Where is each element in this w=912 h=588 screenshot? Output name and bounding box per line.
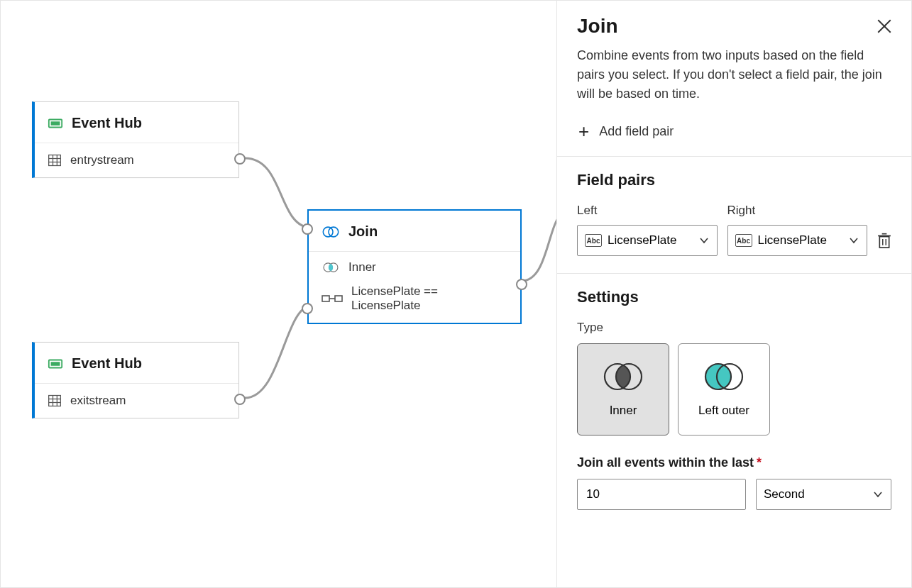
duration-unit-dropdown[interactable]: Second [756, 479, 891, 510]
delete-pair-button[interactable] [877, 233, 891, 248]
text-type-icon: Abc [585, 234, 602, 247]
table-icon [48, 394, 62, 408]
type-option-inner[interactable]: Inner [577, 343, 669, 436]
node-event-hub-1[interactable]: Event Hub entrystream [32, 101, 239, 178]
type-option-left-outer[interactable]: Left outer [678, 343, 770, 436]
venn-icon [322, 225, 340, 239]
right-field-dropdown[interactable]: Abc LicensePlate [727, 225, 868, 256]
close-button[interactable] [877, 19, 891, 33]
canvas[interactable]: Event Hub entrystream Event Hub exitstre… [1, 1, 556, 587]
left-column-label: Left [577, 204, 713, 218]
node-title: Event Hub [72, 355, 142, 372]
venn-inner-icon [599, 361, 647, 392]
output-port[interactable] [234, 153, 246, 165]
settings-section-title: Settings [577, 288, 891, 306]
add-field-pair-button[interactable]: + Add field pair [577, 118, 891, 156]
node-event-hub-2[interactable]: Event Hub exitstream [32, 342, 239, 418]
svg-rect-2 [49, 155, 61, 166]
node-stream-name: exitstream [70, 394, 126, 408]
event-hub-icon [48, 116, 63, 131]
join-mode-text: Inner [348, 260, 376, 274]
chevron-down-icon [848, 235, 859, 246]
required-mark: * [757, 455, 762, 470]
add-field-pair-label: Add field pair [599, 124, 674, 139]
panel-description: Combine events from two inputs based on … [577, 46, 891, 104]
panel-title: Join [577, 15, 618, 38]
svg-rect-1 [51, 121, 60, 126]
svg-rect-18 [322, 296, 329, 301]
duration-label: Join all events within the last* [577, 455, 891, 470]
input-port-2[interactable] [302, 303, 313, 314]
svg-rect-23 [879, 237, 889, 248]
output-port[interactable] [234, 394, 246, 405]
node-title: Join [348, 223, 378, 240]
field-pair-icon [322, 294, 343, 303]
field-pairs-section-title: Field pairs [577, 171, 891, 189]
details-panel: Join Combine events from two inputs base… [556, 1, 911, 587]
chevron-down-icon [698, 235, 710, 246]
event-hub-icon [48, 356, 63, 372]
node-stream-name: entrystream [70, 153, 134, 167]
plus-icon: + [578, 122, 589, 140]
right-field-value: LicensePlate [758, 233, 843, 248]
node-title: Event Hub [72, 115, 142, 131]
text-type-icon: Abc [735, 234, 752, 247]
left-field-dropdown[interactable]: Abc LicensePlate [577, 225, 718, 256]
type-option-label: Left outer [698, 404, 749, 418]
svg-rect-9 [49, 396, 61, 406]
venn-inner-icon [322, 262, 340, 273]
join-condition-text: LicensePlate == LicensePlate [351, 284, 507, 313]
duration-unit-value: Second [764, 487, 867, 501]
input-port-1[interactable] [302, 223, 313, 235]
left-field-value: LicensePlate [608, 233, 693, 248]
right-column-label: Right [727, 204, 864, 218]
venn-left-outer-icon [700, 361, 748, 392]
type-label: Type [577, 321, 891, 335]
table-icon [48, 153, 62, 167]
node-join[interactable]: Join Inner LicensePlate == LicensePlate [307, 209, 522, 324]
chevron-down-icon [872, 489, 884, 500]
duration-value-input[interactable] [577, 479, 746, 510]
type-option-label: Inner [610, 404, 637, 418]
svg-rect-8 [51, 362, 60, 366]
output-port[interactable] [516, 279, 527, 290]
svg-rect-19 [335, 296, 342, 301]
